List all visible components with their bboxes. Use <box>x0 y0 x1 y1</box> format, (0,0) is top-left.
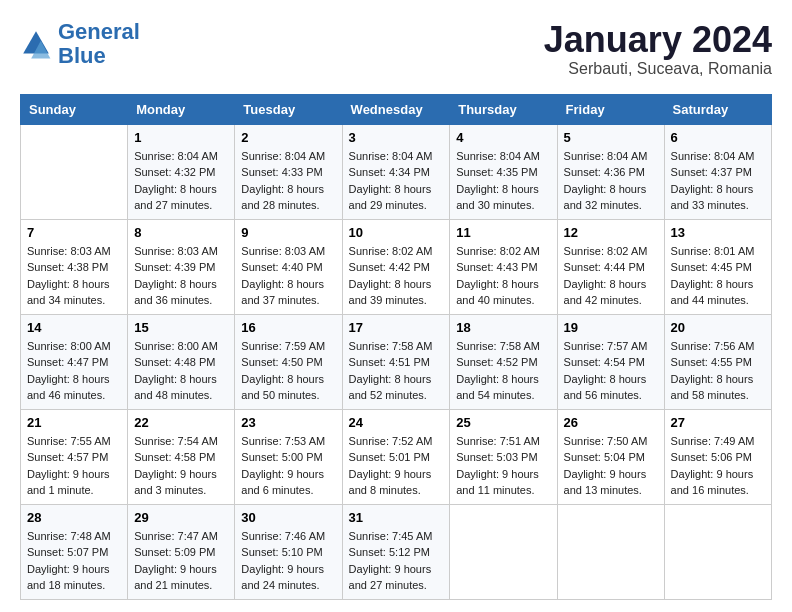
location-subtitle: Serbauti, Suceava, Romania <box>544 60 772 78</box>
day-info: Sunrise: 8:02 AMSunset: 4:42 PMDaylight:… <box>349 243 444 309</box>
day-number: 6 <box>671 130 765 145</box>
day-info: Sunrise: 8:00 AMSunset: 4:47 PMDaylight:… <box>27 338 121 404</box>
day-number: 1 <box>134 130 228 145</box>
title-block: January 2024 Serbauti, Suceava, Romania <box>544 20 772 78</box>
day-info: Sunrise: 7:48 AMSunset: 5:07 PMDaylight:… <box>27 528 121 594</box>
day-cell: 1Sunrise: 8:04 AMSunset: 4:32 PMDaylight… <box>128 124 235 219</box>
day-number: 3 <box>349 130 444 145</box>
day-info: Sunrise: 8:00 AMSunset: 4:48 PMDaylight:… <box>134 338 228 404</box>
day-info: Sunrise: 7:58 AMSunset: 4:51 PMDaylight:… <box>349 338 444 404</box>
day-number: 10 <box>349 225 444 240</box>
header-saturday: Saturday <box>664 94 771 124</box>
header-monday: Monday <box>128 94 235 124</box>
day-number: 24 <box>349 415 444 430</box>
week-row-3: 14Sunrise: 8:00 AMSunset: 4:47 PMDayligh… <box>21 314 772 409</box>
day-number: 5 <box>564 130 658 145</box>
day-cell: 28Sunrise: 7:48 AMSunset: 5:07 PMDayligh… <box>21 504 128 599</box>
day-number: 2 <box>241 130 335 145</box>
day-number: 11 <box>456 225 550 240</box>
day-info: Sunrise: 7:49 AMSunset: 5:06 PMDaylight:… <box>671 433 765 499</box>
day-info: Sunrise: 8:03 AMSunset: 4:38 PMDaylight:… <box>27 243 121 309</box>
day-info: Sunrise: 7:54 AMSunset: 4:58 PMDaylight:… <box>134 433 228 499</box>
day-number: 12 <box>564 225 658 240</box>
calendar-table: SundayMondayTuesdayWednesdayThursdayFrid… <box>20 94 772 600</box>
day-info: Sunrise: 7:45 AMSunset: 5:12 PMDaylight:… <box>349 528 444 594</box>
day-number: 4 <box>456 130 550 145</box>
day-cell: 24Sunrise: 7:52 AMSunset: 5:01 PMDayligh… <box>342 409 450 504</box>
logo-line2: Blue <box>58 43 106 68</box>
day-info: Sunrise: 8:03 AMSunset: 4:40 PMDaylight:… <box>241 243 335 309</box>
day-info: Sunrise: 8:04 AMSunset: 4:34 PMDaylight:… <box>349 148 444 214</box>
day-number: 31 <box>349 510 444 525</box>
page-header: General Blue January 2024 Serbauti, Suce… <box>20 20 772 78</box>
day-cell: 20Sunrise: 7:56 AMSunset: 4:55 PMDayligh… <box>664 314 771 409</box>
day-number: 15 <box>134 320 228 335</box>
day-cell: 15Sunrise: 8:00 AMSunset: 4:48 PMDayligh… <box>128 314 235 409</box>
day-cell: 7Sunrise: 8:03 AMSunset: 4:38 PMDaylight… <box>21 219 128 314</box>
day-cell: 25Sunrise: 7:51 AMSunset: 5:03 PMDayligh… <box>450 409 557 504</box>
day-number: 14 <box>27 320 121 335</box>
week-row-5: 28Sunrise: 7:48 AMSunset: 5:07 PMDayligh… <box>21 504 772 599</box>
day-number: 30 <box>241 510 335 525</box>
day-number: 28 <box>27 510 121 525</box>
day-cell <box>664 504 771 599</box>
day-info: Sunrise: 8:02 AMSunset: 4:43 PMDaylight:… <box>456 243 550 309</box>
day-cell: 29Sunrise: 7:47 AMSunset: 5:09 PMDayligh… <box>128 504 235 599</box>
day-info: Sunrise: 8:04 AMSunset: 4:35 PMDaylight:… <box>456 148 550 214</box>
day-cell: 16Sunrise: 7:59 AMSunset: 4:50 PMDayligh… <box>235 314 342 409</box>
day-number: 26 <box>564 415 658 430</box>
day-info: Sunrise: 8:04 AMSunset: 4:37 PMDaylight:… <box>671 148 765 214</box>
day-cell: 26Sunrise: 7:50 AMSunset: 5:04 PMDayligh… <box>557 409 664 504</box>
day-cell: 4Sunrise: 8:04 AMSunset: 4:35 PMDaylight… <box>450 124 557 219</box>
day-info: Sunrise: 7:47 AMSunset: 5:09 PMDaylight:… <box>134 528 228 594</box>
day-cell: 3Sunrise: 8:04 AMSunset: 4:34 PMDaylight… <box>342 124 450 219</box>
day-cell: 12Sunrise: 8:02 AMSunset: 4:44 PMDayligh… <box>557 219 664 314</box>
day-cell: 5Sunrise: 8:04 AMSunset: 4:36 PMDaylight… <box>557 124 664 219</box>
day-number: 21 <box>27 415 121 430</box>
day-info: Sunrise: 7:57 AMSunset: 4:54 PMDaylight:… <box>564 338 658 404</box>
day-cell <box>557 504 664 599</box>
day-info: Sunrise: 8:04 AMSunset: 4:33 PMDaylight:… <box>241 148 335 214</box>
logo-text: General Blue <box>58 20 140 68</box>
day-cell: 13Sunrise: 8:01 AMSunset: 4:45 PMDayligh… <box>664 219 771 314</box>
day-number: 27 <box>671 415 765 430</box>
day-info: Sunrise: 8:04 AMSunset: 4:36 PMDaylight:… <box>564 148 658 214</box>
day-info: Sunrise: 7:59 AMSunset: 4:50 PMDaylight:… <box>241 338 335 404</box>
day-cell: 9Sunrise: 8:03 AMSunset: 4:40 PMDaylight… <box>235 219 342 314</box>
logo: General Blue <box>20 20 140 68</box>
day-number: 22 <box>134 415 228 430</box>
day-number: 13 <box>671 225 765 240</box>
logo-line1: General <box>58 19 140 44</box>
day-cell: 22Sunrise: 7:54 AMSunset: 4:58 PMDayligh… <box>128 409 235 504</box>
day-number: 20 <box>671 320 765 335</box>
day-cell: 2Sunrise: 8:04 AMSunset: 4:33 PMDaylight… <box>235 124 342 219</box>
day-number: 17 <box>349 320 444 335</box>
logo-icon <box>20 28 52 60</box>
day-cell: 10Sunrise: 8:02 AMSunset: 4:42 PMDayligh… <box>342 219 450 314</box>
day-info: Sunrise: 7:51 AMSunset: 5:03 PMDaylight:… <box>456 433 550 499</box>
day-number: 18 <box>456 320 550 335</box>
day-cell: 11Sunrise: 8:02 AMSunset: 4:43 PMDayligh… <box>450 219 557 314</box>
day-number: 9 <box>241 225 335 240</box>
day-info: Sunrise: 7:46 AMSunset: 5:10 PMDaylight:… <box>241 528 335 594</box>
day-cell <box>21 124 128 219</box>
day-number: 19 <box>564 320 658 335</box>
day-cell: 17Sunrise: 7:58 AMSunset: 4:51 PMDayligh… <box>342 314 450 409</box>
day-cell: 27Sunrise: 7:49 AMSunset: 5:06 PMDayligh… <box>664 409 771 504</box>
day-cell: 23Sunrise: 7:53 AMSunset: 5:00 PMDayligh… <box>235 409 342 504</box>
day-cell <box>450 504 557 599</box>
day-cell: 31Sunrise: 7:45 AMSunset: 5:12 PMDayligh… <box>342 504 450 599</box>
day-number: 7 <box>27 225 121 240</box>
day-info: Sunrise: 7:53 AMSunset: 5:00 PMDaylight:… <box>241 433 335 499</box>
day-info: Sunrise: 8:01 AMSunset: 4:45 PMDaylight:… <box>671 243 765 309</box>
day-cell: 21Sunrise: 7:55 AMSunset: 4:57 PMDayligh… <box>21 409 128 504</box>
day-cell: 18Sunrise: 7:58 AMSunset: 4:52 PMDayligh… <box>450 314 557 409</box>
day-info: Sunrise: 8:02 AMSunset: 4:44 PMDaylight:… <box>564 243 658 309</box>
day-cell: 8Sunrise: 8:03 AMSunset: 4:39 PMDaylight… <box>128 219 235 314</box>
day-number: 29 <box>134 510 228 525</box>
day-info: Sunrise: 8:03 AMSunset: 4:39 PMDaylight:… <box>134 243 228 309</box>
week-row-1: 1Sunrise: 8:04 AMSunset: 4:32 PMDaylight… <box>21 124 772 219</box>
day-info: Sunrise: 7:55 AMSunset: 4:57 PMDaylight:… <box>27 433 121 499</box>
day-cell: 14Sunrise: 8:00 AMSunset: 4:47 PMDayligh… <box>21 314 128 409</box>
month-title: January 2024 <box>544 20 772 60</box>
